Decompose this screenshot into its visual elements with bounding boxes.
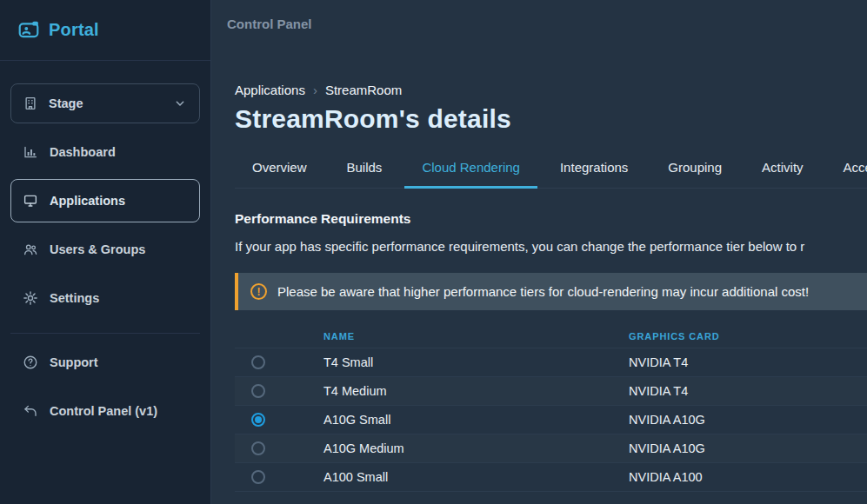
tab-bar: Overview Builds Cloud Rendering Integrat… bbox=[235, 160, 867, 189]
tier-name: T4 Small bbox=[323, 355, 629, 369]
portal-logo-icon bbox=[17, 19, 40, 42]
sidebar-item-dashboard[interactable]: Dashboard bbox=[10, 130, 200, 174]
sidebar-item-label: Applications bbox=[50, 194, 125, 208]
stage-selector[interactable]: Stage bbox=[10, 83, 200, 123]
portal-logo[interactable]: Portal bbox=[0, 0, 210, 61]
tab-grouping[interactable]: Grouping bbox=[650, 160, 739, 189]
section-heading: Performance Requirements bbox=[235, 211, 867, 227]
chevron-down-icon bbox=[173, 96, 187, 110]
content: Applications › StreamRoom StreamRoom's d… bbox=[211, 48, 867, 504]
tier-name: A100 Small bbox=[323, 470, 629, 484]
table-row-t4-medium[interactable]: T4 Medium NVIDIA T4 bbox=[235, 377, 867, 406]
top-header: Control Panel bbox=[211, 0, 867, 48]
tier-radio[interactable] bbox=[251, 355, 265, 369]
sidebar-item-support[interactable]: Support bbox=[10, 341, 200, 384]
applications-icon bbox=[23, 193, 38, 209]
sidebar-item-label: Settings bbox=[50, 291, 99, 305]
sidebar-item-label: Users & Groups bbox=[50, 242, 145, 256]
sidebar-item-settings[interactable]: Settings bbox=[10, 276, 200, 320]
sidebar: Portal Stage bbox=[0, 0, 211, 504]
tier-gpu: NVIDIA T4 bbox=[629, 355, 867, 369]
sidebar-divider bbox=[10, 333, 200, 334]
sidebar-item-users-groups[interactable]: Users & Groups bbox=[10, 228, 200, 271]
column-header-name: NAME bbox=[323, 331, 629, 342]
tier-radio[interactable] bbox=[251, 441, 265, 455]
tier-radio[interactable] bbox=[251, 413, 265, 427]
users-icon bbox=[23, 242, 38, 257]
logo-text: Portal bbox=[49, 20, 99, 40]
warning-circle-icon: ! bbox=[250, 283, 267, 300]
tab-overview[interactable]: Overview bbox=[235, 160, 324, 189]
section-description: If your app has specific performance req… bbox=[235, 239, 867, 254]
warning-text: Please be aware that higher performance … bbox=[277, 284, 809, 299]
breadcrumb-separator-icon: › bbox=[313, 83, 317, 97]
table-row-t4-small[interactable]: T4 Small NVIDIA T4 bbox=[235, 348, 867, 377]
settings-gear-icon bbox=[23, 290, 38, 306]
tab-activity[interactable]: Activity bbox=[744, 160, 821, 189]
tier-name: T4 Medium bbox=[323, 384, 629, 398]
help-circle-icon bbox=[23, 355, 38, 370]
back-arrow-icon bbox=[23, 403, 38, 419]
building-icon bbox=[23, 96, 38, 111]
breadcrumb: Applications › StreamRoom bbox=[235, 83, 867, 97]
sidebar-item-control-panel-v1[interactable]: Control Panel (v1) bbox=[10, 389, 200, 433]
breadcrumb-item-applications[interactable]: Applications bbox=[235, 83, 305, 97]
header-title: Control Panel bbox=[227, 17, 312, 31]
tab-access[interactable]: Access bbox=[826, 160, 867, 189]
performance-tier-table: NAME GRAPHICS CARD T4 Small NVIDIA T4 T4… bbox=[235, 324, 867, 492]
stage-label: Stage bbox=[49, 96, 163, 110]
sidebar-item-label: Support bbox=[50, 355, 98, 369]
sidebar-item-applications[interactable]: Applications bbox=[10, 179, 200, 222]
tier-gpu: NVIDIA A10G bbox=[629, 441, 867, 455]
tier-gpu: NVIDIA T4 bbox=[629, 384, 867, 398]
tier-radio[interactable] bbox=[251, 470, 265, 484]
sidebar-item-label: Control Panel (v1) bbox=[50, 404, 157, 418]
tier-radio[interactable] bbox=[251, 384, 265, 398]
warning-banner: ! Please be aware that higher performanc… bbox=[235, 273, 867, 310]
table-row-a10g-medium[interactable]: A10G Medium NVIDIA A10G bbox=[235, 434, 867, 463]
tab-integrations[interactable]: Integrations bbox=[543, 160, 645, 189]
main-area: Control Panel Applications › StreamRoom … bbox=[211, 0, 867, 504]
breadcrumb-item-streamroom: StreamRoom bbox=[325, 83, 402, 97]
table-row-a100-small[interactable]: A100 Small NVIDIA A100 bbox=[235, 463, 867, 492]
table-header-row: NAME GRAPHICS CARD bbox=[235, 324, 867, 348]
sidebar-item-label: Dashboard bbox=[50, 145, 116, 159]
table-row-a10g-small[interactable]: A10G Small NVIDIA A10G bbox=[235, 406, 867, 434]
tab-cloud-rendering[interactable]: Cloud Rendering bbox=[404, 160, 537, 189]
page-title: StreamRoom's details bbox=[235, 104, 867, 134]
dashboard-icon bbox=[23, 144, 38, 160]
tier-gpu: NVIDIA A100 bbox=[629, 470, 867, 484]
column-header-graphics-card: GRAPHICS CARD bbox=[629, 331, 867, 342]
tier-gpu: NVIDIA A10G bbox=[629, 413, 867, 427]
tab-builds[interactable]: Builds bbox=[330, 160, 400, 189]
tier-name: A10G Medium bbox=[323, 441, 629, 455]
tier-name: A10G Small bbox=[323, 413, 629, 427]
